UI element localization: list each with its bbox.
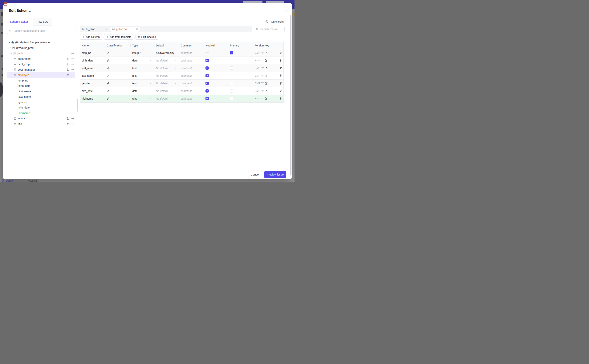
add-from-template-button[interactable]: Add from template — [104, 34, 134, 39]
default-select[interactable]: No default — [154, 64, 179, 72]
more-icon[interactable] — [71, 64, 74, 65]
tree-item-column-birth-date[interactable]: birth_date — [6, 83, 76, 89]
comment-input[interactable]: comment — [179, 64, 204, 72]
copy-icon[interactable] — [66, 68, 69, 71]
classification-pencil-icon[interactable] — [107, 52, 110, 54]
classification-pencil-icon[interactable] — [107, 59, 110, 62]
not-null-checkbox[interactable] — [206, 82, 209, 85]
copy-icon[interactable] — [66, 74, 69, 77]
classification-pencil-icon[interactable] — [107, 74, 110, 77]
close-chip-icon[interactable] — [136, 28, 138, 31]
delete-row-icon[interactable] — [279, 74, 282, 77]
type-select[interactable]: date — [131, 57, 154, 64]
type-select[interactable]: text — [131, 72, 154, 79]
tree-item-column-last-name[interactable]: last_name — [6, 94, 76, 100]
delete-row-icon[interactable] — [279, 67, 282, 70]
classification-pencil-icon[interactable] — [107, 67, 110, 70]
tree-scrollbar[interactable] — [77, 99, 78, 111]
edit-foreign-key-icon[interactable] — [265, 67, 268, 70]
chevron-right-icon[interactable] — [11, 58, 13, 60]
column-name[interactable]: gender — [80, 80, 105, 87]
default-select[interactable]: No default — [154, 87, 179, 95]
database-chip[interactable]: hr_prod — [80, 27, 109, 32]
primary-checkbox[interactable] — [230, 59, 233, 62]
column-name[interactable]: last_name — [80, 72, 105, 79]
tree-item-table-dept-manager[interactable]: dept_manager — [6, 67, 76, 72]
tree-item-column-first-name[interactable]: first_name — [6, 89, 76, 94]
delete-row-icon[interactable] — [279, 52, 282, 54]
tree-item-database[interactable]: (Prod) hr_prod — [6, 45, 76, 51]
copy-icon[interactable] — [66, 63, 69, 66]
default-select[interactable]: No default — [154, 80, 179, 87]
not-null-checkbox[interactable] — [206, 51, 209, 54]
close-icon[interactable] — [284, 8, 289, 14]
comment-input[interactable]: comment — [179, 80, 204, 87]
column-search-input[interactable] — [260, 27, 281, 31]
more-icon[interactable] — [71, 69, 74, 70]
copy-icon[interactable] — [66, 57, 69, 60]
chevron-down-icon[interactable] — [10, 52, 12, 54]
tree-item-schema-public[interactable]: public — [6, 51, 76, 56]
chevron-down-icon[interactable] — [8, 42, 11, 43]
edit-foreign-key-icon[interactable] — [265, 97, 268, 100]
edit-foreign-key-icon[interactable] — [265, 52, 268, 54]
chevron-right-icon[interactable] — [11, 69, 13, 71]
delete-row-icon[interactable] — [279, 59, 282, 62]
type-select[interactable]: integer — [131, 49, 154, 57]
default-select[interactable]: No default — [154, 57, 179, 64]
type-select[interactable]: text — [131, 80, 154, 87]
column-search[interactable] — [254, 26, 285, 32]
tree-item-table-department[interactable]: department — [6, 56, 76, 62]
tree-item-table-employee[interactable]: employee — [6, 72, 76, 78]
column-name[interactable]: emp_no — [80, 49, 105, 57]
primary-checkbox[interactable] — [230, 82, 233, 85]
default-select[interactable]: No default — [154, 72, 179, 79]
more-icon[interactable] — [71, 118, 74, 119]
type-select[interactable]: text — [131, 95, 154, 102]
comment-input[interactable]: comment — [179, 49, 204, 57]
delete-row-icon[interactable] — [279, 82, 282, 85]
comment-input[interactable]: comment — [179, 95, 204, 102]
edit-foreign-key-icon[interactable] — [265, 74, 268, 77]
tree-item-column-emp-no[interactable]: emp_no — [6, 78, 76, 83]
edit-foreign-key-icon[interactable] — [265, 82, 268, 85]
default-select[interactable]: nextval('employ — [154, 49, 179, 57]
delete-row-icon[interactable] — [279, 97, 282, 100]
primary-checkbox[interactable] — [230, 89, 233, 92]
primary-checkbox[interactable] — [230, 66, 233, 70]
edit-foreign-key-icon[interactable] — [265, 90, 268, 92]
tree-item-table-dept-emp[interactable]: dept_emp — [6, 61, 76, 67]
column-name[interactable]: nickname — [80, 95, 105, 102]
classification-pencil-icon[interactable] — [107, 90, 110, 92]
not-null-checkbox[interactable] — [206, 66, 209, 70]
tree-item-table-title[interactable]: title — [6, 121, 76, 127]
comment-input[interactable]: comment — [179, 72, 204, 79]
primary-checkbox[interactable] — [230, 74, 233, 77]
chevron-down-icon[interactable] — [11, 74, 13, 76]
tree-item-instance[interactable]: (Prod) Prod Sample Instance — [6, 40, 76, 45]
tree-search-input[interactable] — [13, 29, 73, 32]
copy-icon[interactable] — [66, 122, 69, 125]
copy-icon[interactable] — [66, 117, 69, 120]
chevron-right-icon[interactable] — [11, 123, 13, 125]
modal-scrollbar[interactable] — [290, 15, 291, 175]
classification-pencil-icon[interactable] — [107, 82, 110, 85]
tree-item-column-gender[interactable]: gender — [6, 100, 76, 105]
classification-pencil-icon[interactable] — [107, 97, 110, 100]
tree-search[interactable] — [7, 28, 75, 34]
tree-item-column-hire-date[interactable]: hire_date — [6, 105, 76, 110]
not-null-checkbox[interactable] — [206, 97, 209, 100]
more-icon[interactable] — [71, 58, 74, 59]
close-chip-icon[interactable] — [105, 28, 108, 31]
more-icon[interactable] — [71, 123, 74, 124]
default-select[interactable]: No default — [154, 95, 179, 102]
run-checks-button[interactable]: Run checks — [263, 19, 286, 24]
delete-row-icon[interactable] — [279, 90, 282, 92]
cancel-button[interactable]: Cancel — [248, 171, 262, 178]
edit-foreign-key-icon[interactable] — [265, 59, 268, 62]
tree-item-column-nickname[interactable]: nickname — [6, 110, 76, 116]
chevron-right-icon[interactable] — [11, 63, 13, 65]
edit-indexes-button[interactable]: Edit indexes — [135, 34, 158, 39]
tree-item-table-salary[interactable]: salary — [6, 116, 76, 121]
not-null-checkbox[interactable] — [206, 59, 209, 62]
